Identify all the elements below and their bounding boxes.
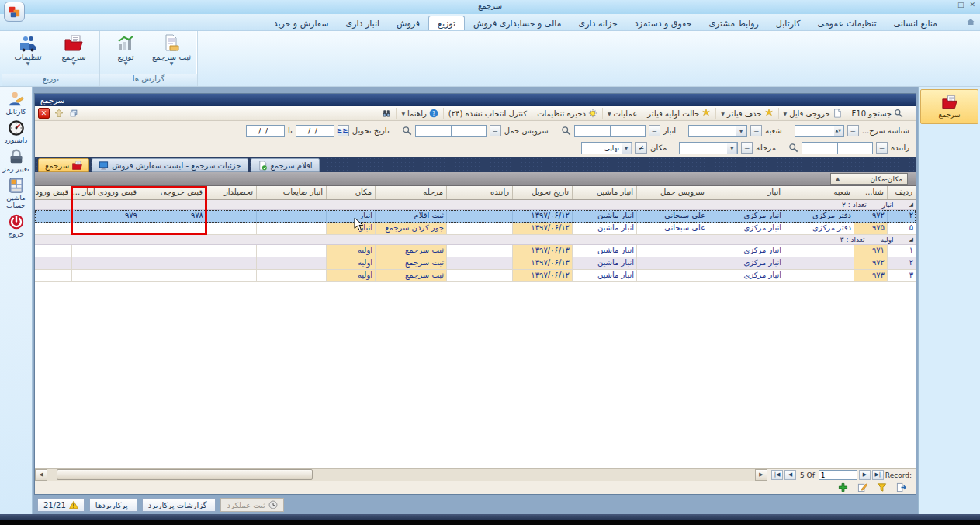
sidebar-item-gauge[interactable]: داشبورد xyxy=(0,119,33,144)
grid-cell-service[interactable]: علی سبحانی xyxy=(636,210,708,223)
stage-dropdown[interactable]: ▼ xyxy=(679,142,738,154)
bottom-bar-button[interactable]: ثبت عملکرد xyxy=(220,498,283,512)
document-tab[interactable]: جزئیات سرجمع - لیست سفارش فروش xyxy=(92,158,248,172)
grid-cell-tarikh[interactable]: ۱۳۹۷/۰۶/۱۲ xyxy=(512,270,572,282)
grid-cell-tarikh[interactable]: ۱۳۹۷/۰۶/۱۲ xyxy=(512,223,572,235)
grid-cell-makan[interactable]: اولیه xyxy=(326,270,375,282)
close-button[interactable]: ✕ xyxy=(969,1,975,9)
grid-cell-service[interactable] xyxy=(636,245,708,257)
grid-cell-anbar_mashin[interactable]: انبار ماشین xyxy=(572,210,636,223)
toolbar-item[interactable]: حالت اولیه فیلتر xyxy=(642,108,716,119)
grid-cell-ranande[interactable] xyxy=(446,270,512,282)
grid-cell-zayeat[interactable] xyxy=(256,270,326,282)
record-number-input[interactable] xyxy=(819,470,857,480)
grid-cell-shena[interactable]: ۹۷۲ xyxy=(854,257,887,270)
group-expand-icon[interactable]: ◢ xyxy=(909,202,913,208)
carry-input-2[interactable] xyxy=(415,125,451,137)
column-header-shobe[interactable]: شعبه xyxy=(784,186,854,199)
grid-cell-shobe[interactable]: دفتر مرکزی xyxy=(784,223,854,235)
ribbon-button[interactable]: تنظیمات▼ xyxy=(6,33,50,74)
grid-cell-radif[interactable]: ۲ xyxy=(887,257,916,270)
toolbar-item[interactable]: ذخیره تنظیمات xyxy=(532,108,603,119)
grid-cell-shena[interactable]: ۹۷۳ xyxy=(854,270,887,282)
ribbon-button[interactable]: سرجمع▼ xyxy=(52,33,95,74)
prev-record-button[interactable]: ◀ xyxy=(784,470,796,480)
grid-cell-anbar[interactable]: انبار مرکزی xyxy=(708,223,784,235)
menu-tab[interactable]: روابط مشتری xyxy=(700,16,767,30)
horizontal-scrollbar[interactable]: ◀ ▶ xyxy=(35,469,767,481)
grid-cell-zayeat[interactable] xyxy=(256,245,326,257)
column-header-anbar_mashin[interactable]: انبار ماشین xyxy=(572,186,636,199)
toolbar-item[interactable]: خروجی فایل▼ xyxy=(779,108,847,119)
scrollbar-thumb[interactable] xyxy=(57,469,313,480)
search-icon[interactable] xyxy=(561,126,571,136)
carry-input[interactable] xyxy=(451,125,487,137)
menu-tab[interactable]: سفارش و خرید xyxy=(265,16,338,30)
next-record-button[interactable]: ▶ xyxy=(859,470,871,480)
grid-cell-ghabz_vorood2[interactable] xyxy=(35,245,71,257)
equals-operator-button[interactable]: = xyxy=(490,125,501,136)
store-input-2[interactable] xyxy=(574,125,610,137)
menu-tab[interactable]: کارتابل xyxy=(767,16,809,30)
grid-cell-zayeat[interactable] xyxy=(256,257,326,270)
group-expand-icon[interactable]: ◢ xyxy=(909,237,913,243)
scrollbar-track[interactable] xyxy=(47,469,755,481)
grid-cell-tahsildar[interactable] xyxy=(206,223,256,235)
grid-cell-shobe[interactable] xyxy=(784,257,854,270)
column-header-tahsildar[interactable]: تحصیلدار xyxy=(206,186,256,199)
grid-cell-shobe[interactable] xyxy=(784,245,854,257)
sidebar-item-calculator[interactable]: ماشین حساب xyxy=(0,177,33,209)
ribbon-button[interactable]: ثبت سرجمع▼ xyxy=(150,33,193,74)
branch-dropdown[interactable]: ▼ xyxy=(688,125,747,137)
column-header-service[interactable]: سرویس حمل xyxy=(636,186,708,199)
column-header-makan[interactable]: مکان xyxy=(326,186,375,199)
grid-cell-ghabz_vorood2[interactable] xyxy=(35,270,71,282)
home-icon[interactable] xyxy=(966,17,975,26)
toolbar-item[interactable]: کنترل انتخاب نشده (۲۴) xyxy=(444,109,532,119)
final-dropdown[interactable]: نهایی▼ xyxy=(581,142,632,154)
equals-operator-button[interactable]: = xyxy=(741,142,753,154)
menu-tab[interactable]: توزیع xyxy=(428,16,465,30)
grid-row[interactable]: ۳۹۷۳انبار مرکزیانبار ماشین۱۳۹۷/۰۶/۱۲ثبت … xyxy=(35,270,916,282)
grid-cell-zayeat[interactable] xyxy=(256,210,326,223)
grid-cell-ghabz_voroodi[interactable] xyxy=(71,270,140,282)
grid-cell-ranande[interactable] xyxy=(446,257,512,270)
column-header-shena[interactable]: شنا... xyxy=(854,186,887,199)
toolbar-item[interactable]: ?راهنما▼ xyxy=(397,108,443,119)
grid-cell-shena[interactable]: ۹۷۱ xyxy=(854,245,887,257)
grid-cell-tahsildar[interactable] xyxy=(206,210,256,223)
grid-cell-ghabz_khorooji[interactable] xyxy=(140,245,206,257)
date-to-input[interactable] xyxy=(246,125,285,137)
grid-cell-anbar_mashin[interactable]: انبار ماشین xyxy=(572,223,636,235)
edit-record-icon[interactable] xyxy=(857,482,867,492)
column-header-zayeat[interactable]: انبار ضایعات xyxy=(256,186,326,199)
grid-cell-anbar[interactable]: انبار مرکزی xyxy=(708,257,784,270)
chevron-down-icon[interactable]: ▼ xyxy=(736,126,746,136)
driver-input[interactable] xyxy=(837,142,873,154)
grid-cell-ghabz_khorooji[interactable] xyxy=(140,257,206,270)
range-operator-button[interactable]: ≤≤ xyxy=(338,125,349,136)
grid-cell-anbar_mashin[interactable]: انبار ماشین xyxy=(572,245,636,257)
app-logo-icon[interactable] xyxy=(4,2,25,22)
add-record-icon[interactable] xyxy=(838,482,848,492)
column-header-anbar[interactable]: انبار xyxy=(708,186,784,199)
grid-group-row[interactable]: ◢اولیهتعداد : ۳ xyxy=(35,235,916,245)
sidebar-item-power[interactable]: خروج xyxy=(0,213,33,238)
grid-cell-shobe[interactable] xyxy=(784,270,854,282)
equals-operator-button[interactable]: = xyxy=(876,142,888,154)
spinner-arrows-icon[interactable]: ▲▼ xyxy=(834,126,843,136)
grid-cell-ghabz_khorooji[interactable] xyxy=(140,270,206,282)
menu-tab[interactable]: فروش xyxy=(388,16,428,30)
grid-cell-tarikh[interactable]: ۱۳۹۷/۰۶/۱۳ xyxy=(512,257,572,270)
grid-row[interactable]: ۲۹۷۲انبار مرکزیانبار ماشین۱۳۹۷/۰۶/۱۳ثبت … xyxy=(35,257,916,270)
document-tab[interactable]: سرجمع xyxy=(38,158,89,172)
equals-operator-button[interactable]: = xyxy=(750,125,762,136)
grid-cell-ghabz_voroodi[interactable] xyxy=(71,257,140,270)
grid-cell-service[interactable]: علی سبحانی xyxy=(636,223,708,235)
grid-cell-radif[interactable]: ۳ xyxy=(887,270,916,282)
open-form-shortcut[interactable]: سرجمع xyxy=(920,89,978,124)
grid-cell-marhale[interactable]: ثبت سرجمع xyxy=(375,270,446,282)
grid-cell-shena[interactable]: ۹۷۲ xyxy=(854,210,887,223)
column-header-ranande[interactable]: راننده xyxy=(446,186,512,199)
grid-cell-zayeat[interactable] xyxy=(256,223,326,235)
